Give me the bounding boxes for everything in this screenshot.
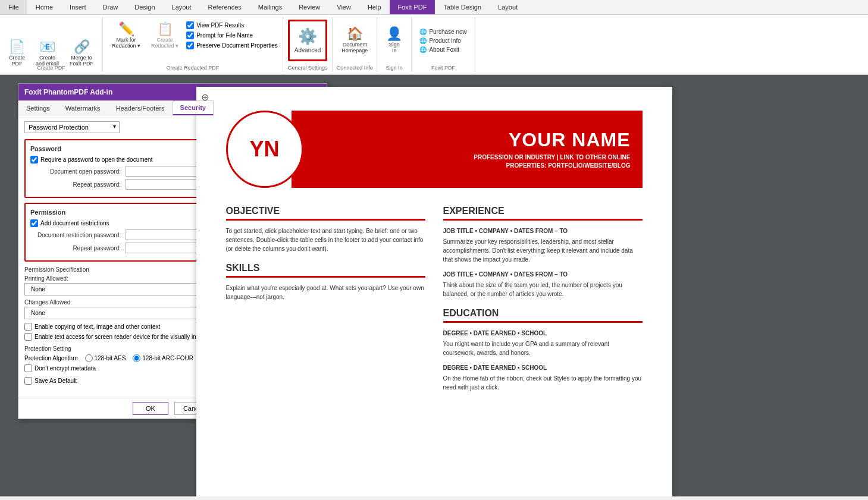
prompt-name-label: Prompt for File Name <box>196 32 253 39</box>
product-info-label: Product info <box>429 37 460 44</box>
create-pdf-buttons: 📄 Create PDF 📧 Create and email 🔗 Merge … <box>5 20 98 70</box>
sign-in-button[interactable]: 👤 Sign In <box>382 24 406 56</box>
advanced-button[interactable]: ⚙️ Advanced <box>288 20 327 61</box>
connected-info-label: Connected Info <box>333 65 377 71</box>
sign-in-icon: 👤 <box>386 27 402 40</box>
preserve-props-label: Preserve Document Properties <box>196 42 278 49</box>
ribbon: File Home Insert Draw Design Layout Refe… <box>0 0 868 75</box>
dont-encrypt-checkbox[interactable] <box>24 364 32 372</box>
ribbon-tab-bar: File Home Insert Draw Design Layout Refe… <box>0 0 868 15</box>
skills-heading: SKILLS <box>226 263 425 278</box>
enable-copy-text: Enable copying of text, image and other … <box>35 323 160 330</box>
avatar-text: YN <box>249 137 279 162</box>
mark-redaction-button[interactable]: ✏️ Mark for Redaction ▾ <box>108 20 145 52</box>
product-icon: 🌐 <box>419 37 427 44</box>
tab-foxit-pdf[interactable]: Foxit PDF <box>390 0 435 14</box>
security-type-wrapper: Password Protection Certificate Protecti… <box>24 121 120 133</box>
aes-label: 128-bit AES <box>95 355 126 361</box>
tab-design[interactable]: Design <box>126 0 163 14</box>
require-password-checkbox[interactable] <box>30 156 38 163</box>
degree2-title: DEGREE • DATE EARNED • SCHOOL <box>443 363 643 372</box>
objective-section: OBJECTIVE To get started, click placehol… <box>226 206 425 253</box>
job1-title: JOB TITLE • COMPANY • DATES FROM – TO <box>443 227 643 235</box>
ok-button[interactable]: OK <box>133 402 168 415</box>
doc-page: ⊕ YN YOUR NAME PROFESSION OR INDUSTRY | … <box>196 87 672 496</box>
document-homepage-label: Document Homepage <box>341 42 368 54</box>
group-sign-in: 👤 Sign In Sign In <box>377 17 412 72</box>
group-connected-info: 🏠 Document Homepage Connected Info <box>333 17 377 72</box>
create-redacted-label: Create Redacted ▾ <box>151 37 178 49</box>
tab-mailings[interactable]: Mailings <box>250 0 290 14</box>
create-pdf-icon: 📄 <box>9 40 25 54</box>
resume-subtitle: PROFESSION OR INDUSTRY | LINK TO OTHER O… <box>315 153 631 170</box>
tab-insert[interactable]: Insert <box>61 0 95 14</box>
dont-encrypt-text: Don't encrypt metadata <box>35 365 96 372</box>
education-content: DEGREE • DATE EARNED • SCHOOL You might … <box>443 329 643 392</box>
create-redacted-icon: 📋 <box>157 23 173 36</box>
add-restrictions-text: Add document restrictions <box>40 220 109 227</box>
tab-references[interactable]: References <box>200 0 250 14</box>
ribbon-body: 📄 Create PDF 📧 Create and email 🔗 Merge … <box>0 15 868 74</box>
tab-help[interactable]: Help <box>359 0 390 14</box>
add-restrictions-checkbox[interactable] <box>30 219 38 227</box>
tab-settings[interactable]: Settings <box>18 100 58 115</box>
foxit-pdf-menu: 🌐 Purchase now 🌐 Product info 🌐 About Fo… <box>416 27 469 55</box>
arcfour-radio[interactable] <box>133 354 140 362</box>
preserve-document-props-checkbox[interactable] <box>186 42 194 49</box>
objective-heading: OBJECTIVE <box>226 206 425 221</box>
degree1-title: DEGREE • DATE EARNED • SCHOOL <box>443 329 643 338</box>
view-pdf-checkbox-row[interactable]: View PDF Results <box>186 21 278 30</box>
tab-view[interactable]: View <box>328 0 359 14</box>
job2-title: JOB TITLE • COMPANY • DATES FROM – TO <box>443 270 643 279</box>
tab-draw[interactable]: Draw <box>95 0 127 14</box>
foxit-pdf-group-label: Foxit PDF <box>412 65 474 71</box>
arcfour-radio-label[interactable]: 128-bit ARC-FOUR <box>133 354 193 362</box>
create-redacted-button[interactable]: 📋 Create Redacted ▾ <box>147 20 183 52</box>
open-password-label: Document open password: <box>30 168 126 175</box>
enable-screen-reader-checkbox[interactable] <box>24 333 32 341</box>
objective-content: To get started, click placeholder text a… <box>226 227 425 253</box>
degree2-content: On the Home tab of the ribbon, check out… <box>443 374 643 392</box>
preserve-props-checkbox-row[interactable]: Preserve Document Properties <box>186 41 278 50</box>
security-type-select[interactable]: Password Protection Certificate Protecti… <box>24 121 120 133</box>
general-settings-label: General Settings <box>283 65 332 71</box>
globe-icon: 🌐 <box>419 29 427 35</box>
aes-radio-label[interactable]: 128-bit AES <box>85 354 126 362</box>
product-info-item[interactable]: 🌐 Product info <box>418 37 468 45</box>
save-default-checkbox[interactable] <box>24 377 32 385</box>
group-create-pdf: 📄 Create PDF 📧 Create and email 🔗 Merge … <box>0 17 103 72</box>
aes-radio[interactable] <box>85 354 93 362</box>
purchase-now-label: Purchase now <box>429 29 466 35</box>
resume-left-column: OBJECTIVE To get started, click placehol… <box>226 206 425 401</box>
prompt-name-checkbox-row[interactable]: Prompt for File Name <box>186 31 278 40</box>
sign-in-label: Sign In <box>389 42 400 54</box>
about-foxit-item[interactable]: 🌐 About Foxit <box>418 46 468 54</box>
tab-file[interactable]: File <box>0 0 27 14</box>
main-area: Foxit PhantomPDF Add-in ✕ Settings Water… <box>0 75 868 496</box>
tab-layout[interactable]: Layout <box>164 0 200 14</box>
require-password-text: Require a password to open the document <box>40 156 152 163</box>
education-heading: EDUCATION <box>443 308 643 323</box>
repeat-password-label: Repeat password: <box>30 181 126 188</box>
tab-headers-footers[interactable]: Headers/Footers <box>108 100 173 115</box>
skills-content: Explain what you're especially good at. … <box>226 284 425 301</box>
create-pdf-group-label: Create PDF <box>0 65 102 71</box>
experience-heading: EXPERIENCE <box>443 206 643 221</box>
create-email-icon: 📧 <box>39 40 55 54</box>
tab-watermarks[interactable]: Watermarks <box>58 100 108 115</box>
tab-layout2[interactable]: Layout <box>490 0 526 14</box>
job1-content: Summarize your key responsibilities, lea… <box>443 237 643 264</box>
enable-copy-checkbox[interactable] <box>24 323 32 331</box>
resume-avatar: YN <box>226 111 303 188</box>
document-homepage-button[interactable]: 🏠 Document Homepage <box>337 24 372 56</box>
tab-table-design[interactable]: Table Design <box>435 0 490 14</box>
sign-in-group-label: Sign In <box>377 65 411 71</box>
tab-review[interactable]: Review <box>290 0 328 14</box>
view-pdf-results-checkbox[interactable] <box>186 21 194 29</box>
save-default-text: Save As Default <box>35 378 77 384</box>
create-redacted-group-label: Create Redacted PDF <box>103 65 283 71</box>
prompt-file-name-checkbox[interactable] <box>186 32 194 39</box>
tab-home[interactable]: Home <box>27 0 61 14</box>
purchase-now-item[interactable]: 🌐 Purchase now <box>418 28 468 36</box>
tab-security[interactable]: Security <box>173 100 214 115</box>
